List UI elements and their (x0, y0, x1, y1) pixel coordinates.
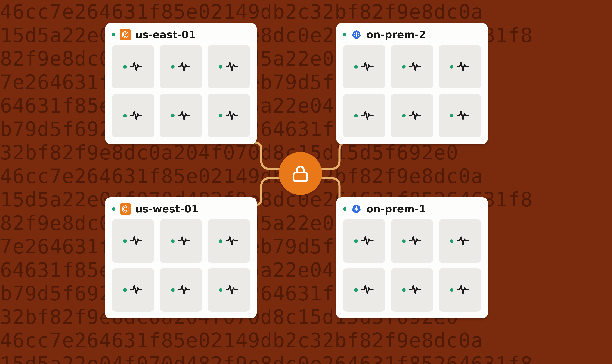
status-dot-healthy-icon (171, 65, 175, 69)
node-tile (112, 268, 154, 312)
node-tile (391, 268, 433, 312)
node-tile (439, 219, 481, 263)
status-dot-healthy-icon (450, 65, 453, 69)
node-tile (439, 45, 481, 89)
status-dot-healthy-icon (450, 114, 453, 117)
cluster-card-on-prem-2: on-prem-2 (336, 23, 488, 144)
heartbeat-icon (408, 234, 422, 248)
lock-icon (290, 163, 311, 184)
heartbeat-icon (361, 60, 374, 74)
cluster-title: on-prem-1 (366, 203, 426, 215)
heartbeat-icon (177, 60, 191, 74)
node-tile (160, 94, 202, 137)
status-dot-healthy-icon (123, 239, 127, 243)
heartbeat-icon (130, 234, 143, 248)
status-dot-healthy-icon (112, 207, 115, 211)
cluster-header: on-prem-1 (343, 203, 481, 219)
node-tile (343, 45, 385, 89)
node-tile (439, 268, 481, 312)
node-tile (160, 268, 202, 312)
heartbeat-icon (361, 109, 374, 123)
heartbeat-icon (177, 283, 191, 297)
heartbeat-icon (130, 283, 143, 297)
status-dot-healthy-icon (402, 65, 406, 69)
status-dot-healthy-icon (123, 65, 127, 69)
cluster-card-on-prem-1: on-prem-1 (336, 197, 488, 318)
status-dot-healthy-icon (219, 65, 222, 69)
heartbeat-icon (225, 109, 238, 123)
heartbeat-icon (177, 109, 191, 123)
node-tile (391, 45, 433, 89)
node-tile (439, 94, 481, 137)
node-grid (112, 45, 250, 137)
status-dot-healthy-icon (112, 33, 115, 37)
status-dot-healthy-icon (354, 65, 358, 69)
node-tile (343, 219, 385, 263)
cluster-title: on-prem-2 (366, 29, 426, 40)
cluster-card-us-west-01: us-west-01 (105, 197, 257, 318)
node-tile (208, 94, 250, 137)
status-dot-healthy-icon (123, 288, 127, 292)
node-tile (160, 45, 202, 89)
heartbeat-icon (130, 60, 143, 74)
heartbeat-icon (456, 234, 470, 248)
node-tile (208, 219, 250, 263)
heartbeat-icon (408, 60, 422, 74)
heartbeat-icon (130, 109, 143, 123)
cluster-header: us-west-01 (112, 203, 250, 219)
status-dot-healthy-icon (354, 239, 358, 243)
status-dot-healthy-icon (450, 288, 453, 292)
heartbeat-icon (225, 60, 238, 74)
heartbeat-icon (456, 60, 470, 74)
status-dot-healthy-icon (171, 114, 175, 117)
cluster-header: on-prem-2 (343, 29, 481, 45)
status-dot-healthy-icon (123, 114, 127, 117)
node-grid (343, 219, 481, 312)
kubernetes-icon (351, 29, 362, 40)
node-tile (208, 268, 250, 312)
node-tile (160, 219, 202, 263)
cluster-header: us-east-01 (112, 29, 250, 45)
status-dot-healthy-icon (343, 207, 347, 211)
aws-hexagon-icon (120, 203, 131, 215)
status-dot-healthy-icon (402, 114, 406, 117)
svg-point-8 (125, 208, 126, 209)
status-dot-healthy-icon (171, 288, 175, 292)
heartbeat-icon (225, 234, 238, 248)
node-tile (112, 219, 154, 263)
status-dot-healthy-icon (219, 239, 222, 243)
heartbeat-icon (456, 109, 470, 123)
node-grid (343, 45, 481, 137)
kubernetes-icon (351, 203, 362, 215)
cluster-card-us-east-01: us-east-01 (105, 23, 257, 144)
status-dot-healthy-icon (354, 114, 358, 117)
diagram-canvas: 46cc7e264631f85e02149db2c32bf82f9e8dc0a1… (0, 0, 612, 364)
node-tile (391, 94, 433, 137)
heartbeat-icon (456, 283, 470, 297)
node-tile (343, 94, 385, 137)
cluster-title: us-east-01 (135, 29, 196, 40)
heartbeat-icon (408, 109, 422, 123)
lock-badge (279, 152, 322, 195)
status-dot-healthy-icon (343, 33, 347, 37)
node-tile (391, 219, 433, 263)
node-tile (343, 268, 385, 312)
node-grid (112, 219, 250, 312)
node-tile (112, 94, 154, 137)
svg-rect-16 (293, 173, 307, 181)
heartbeat-icon (225, 283, 238, 297)
status-dot-healthy-icon (450, 239, 453, 243)
cluster-title: us-west-01 (135, 203, 198, 215)
status-dot-healthy-icon (402, 239, 406, 243)
aws-hexagon-icon (120, 29, 131, 40)
heartbeat-icon (361, 234, 374, 248)
node-tile (112, 45, 154, 89)
status-dot-healthy-icon (402, 288, 406, 292)
status-dot-healthy-icon (171, 239, 175, 243)
heartbeat-icon (177, 234, 191, 248)
svg-point-0 (125, 34, 126, 35)
node-tile (208, 45, 250, 89)
heartbeat-icon (408, 283, 422, 297)
heartbeat-icon (361, 283, 374, 297)
status-dot-healthy-icon (219, 114, 222, 117)
